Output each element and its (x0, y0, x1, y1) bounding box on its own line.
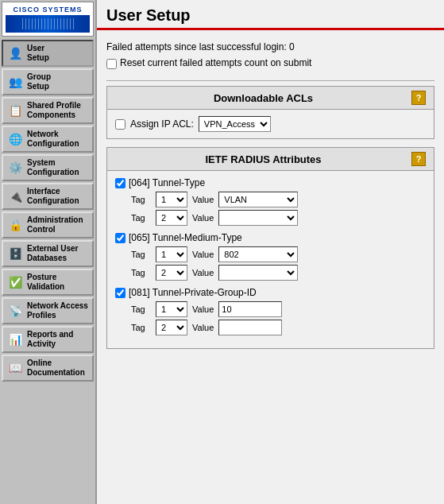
sidebar-item-interface-config[interactable]: 🔌 InterfaceConfiguration (2, 183, 94, 210)
user-setup-icon: 👤 (6, 45, 24, 62)
attr-group-tunnel-type: [064] Tunnel-Type Tag 123 Value VLANGREL… (115, 177, 426, 226)
sidebar-item-label: OnlineDocumentation (27, 359, 85, 378)
shared-profile-icon: 📋 (6, 102, 24, 119)
sidebar-item-user-setup[interactable]: 👤 UserSetup (2, 40, 94, 67)
tunnel-private-label: [081] Tunnel-Private-Group-ID (129, 287, 257, 298)
tunnel-medium-row-2: Tag 213 Value 802IP (131, 265, 426, 281)
sidebar: CISCO SYSTEMS 👤 UserSetup 👥 GroupSetup 📋… (0, 0, 95, 504)
cisco-logo: CISCO SYSTEMS (2, 2, 94, 37)
value-label-3: Value (192, 250, 214, 259)
sidebar-item-label: InterfaceConfiguration (27, 187, 79, 206)
tunnel-private-row-1: Tag 123 Value (131, 301, 426, 317)
value-label-5: Value (192, 304, 214, 314)
tag-label-2: Tag (131, 213, 151, 223)
tunnel-private-tag-2-select[interactable]: 213 (156, 320, 187, 335)
sidebar-item-group-setup[interactable]: 👥 GroupSetup (2, 68, 94, 95)
tunnel-medium-tag-2-select[interactable]: 213 (156, 265, 187, 281)
sidebar-item-system-config[interactable]: ⚙️ SystemConfiguration (2, 154, 94, 181)
sidebar-item-shared-profile[interactable]: 📋 Shared ProfileComponents (2, 97, 94, 124)
ietf-help-button[interactable]: ? (411, 152, 426, 166)
reset-checkbox[interactable] (106, 59, 117, 69)
acl-help-button[interactable]: ? (411, 91, 426, 105)
value-label-2: Value (192, 213, 214, 223)
sidebar-item-label: PostureValidation (27, 273, 64, 292)
tunnel-type-label: [064] Tunnel-Type (129, 177, 205, 188)
sidebar-item-admin-control[interactable]: 🔒 AdministrationControl (2, 211, 94, 238)
acl-section-body: Assign IP ACL: VPN_Access ACL_1 ACL_2 (107, 110, 434, 138)
tunnel-medium-checkbox-row: [065] Tunnel-Medium-Type (115, 232, 426, 243)
sidebar-item-label: UserSetup (27, 44, 49, 63)
interface-config-icon: 🔌 (6, 188, 24, 205)
sidebar-item-label: NetworkConfiguration (27, 130, 79, 149)
value-label-4: Value (192, 268, 214, 277)
ietf-section: IETF RADIUS Attributes ? [064] Tunnel-Ty… (106, 147, 434, 349)
system-config-icon: ⚙️ (6, 159, 24, 176)
ietf-section-title: IETF RADIUS Attributes (115, 153, 411, 165)
logo-text: CISCO SYSTEMS (6, 6, 90, 14)
external-db-icon: 🗄️ (6, 245, 24, 262)
tunnel-medium-value-2-select[interactable]: 802IP (218, 265, 298, 281)
attr-group-tunnel-private: [081] Tunnel-Private-Group-ID Tag 123 Va… (115, 287, 426, 335)
ietf-section-body: [064] Tunnel-Type Tag 123 Value VLANGREL… (107, 171, 434, 348)
tunnel-medium-label: [065] Tunnel-Medium-Type (129, 232, 242, 243)
tunnel-type-value-2-select[interactable]: VLANGRE (218, 210, 298, 226)
acl-section-header: Downloadable ACLs ? (107, 87, 434, 110)
tunnel-private-tag-1-select[interactable]: 123 (156, 301, 187, 317)
tunnel-type-row-2: Tag 213 Value VLANGRE (131, 210, 426, 226)
tunnel-type-value-1-select[interactable]: VLANGREL2TP (218, 192, 298, 207)
login-section: Failed attempts since last successful lo… (106, 37, 434, 74)
sidebar-item-label: Network AccessProfiles (27, 301, 88, 320)
tunnel-medium-checkbox[interactable] (115, 233, 125, 243)
sidebar-item-label: Shared ProfileComponents (27, 101, 81, 120)
admin-control-icon: 🔒 (6, 216, 24, 234)
tag-label-1: Tag (131, 195, 151, 204)
tag-label-6: Tag (131, 323, 151, 332)
login-attempts-text: Failed attempts since last successful lo… (106, 41, 434, 52)
value-label-1: Value (192, 195, 214, 204)
sidebar-item-online-docs[interactable]: 📖 OnlineDocumentation (2, 355, 94, 382)
tunnel-type-checkbox[interactable] (115, 178, 125, 188)
value-label-6: Value (192, 323, 214, 332)
sidebar-item-label: AdministrationControl (27, 215, 83, 235)
assign-acl-label: Assign IP ACL: (130, 118, 194, 130)
tunnel-medium-value-1-select[interactable]: 802IPother (218, 246, 298, 262)
acl-row: Assign IP ACL: VPN_Access ACL_1 ACL_2 (115, 116, 426, 132)
tunnel-medium-tag-1-select[interactable]: 123 (156, 246, 187, 262)
assign-acl-checkbox[interactable] (115, 119, 125, 130)
sidebar-item-reports[interactable]: 📊 Reports andActivity (2, 326, 94, 353)
tunnel-private-checkbox-row: [081] Tunnel-Private-Group-ID (115, 287, 426, 298)
sidebar-item-network-config[interactable]: 🌐 NetworkConfiguration (2, 126, 94, 153)
acl-section: Downloadable ACLs ? Assign IP ACL: VPN_A… (106, 86, 434, 139)
tunnel-private-value-1-input[interactable] (218, 301, 282, 317)
attr-group-tunnel-medium: [065] Tunnel-Medium-Type Tag 123 Value 8… (115, 232, 426, 281)
posture-icon: ✅ (6, 273, 24, 291)
tag-label-4: Tag (131, 268, 151, 277)
sidebar-item-external-db[interactable]: 🗄️ External UserDatabases (2, 240, 94, 267)
sidebar-item-label: Reports andActivity (27, 330, 73, 349)
tunnel-private-row-2: Tag 213 Value (131, 320, 426, 335)
tag-label-5: Tag (131, 304, 151, 314)
sidebar-item-posture[interactable]: ✅ PostureValidation (2, 269, 94, 296)
network-access-icon: 📡 (6, 302, 24, 320)
sidebar-item-label: External UserDatabases (27, 244, 78, 263)
ietf-section-header: IETF RADIUS Attributes ? (107, 148, 434, 171)
tunnel-type-tag-1-select[interactable]: 123 (156, 192, 187, 207)
logo-bar (6, 15, 90, 33)
group-setup-icon: 👥 (6, 73, 24, 91)
acl-select[interactable]: VPN_Access ACL_1 ACL_2 (199, 116, 271, 132)
page-title: User Setup (97, 0, 444, 30)
reset-label: Reset current failed attempts count on s… (120, 57, 311, 68)
tunnel-type-tag-2-select[interactable]: 213 (156, 210, 187, 226)
separator-1 (106, 80, 434, 81)
tunnel-type-row-1: Tag 123 Value VLANGREL2TP (131, 192, 426, 207)
network-config-icon: 🌐 (6, 130, 24, 148)
main-content: User Setup Failed attempts since last su… (95, 0, 444, 504)
tunnel-private-value-2-input[interactable] (218, 320, 282, 335)
tag-label-3: Tag (131, 250, 151, 259)
sidebar-item-label: GroupSetup (27, 72, 51, 91)
acl-section-title: Downloadable ACLs (115, 92, 411, 104)
content-area: Failed attempts since last successful lo… (97, 30, 444, 504)
sidebar-item-label: SystemConfiguration (27, 158, 79, 177)
sidebar-item-network-access[interactable]: 📡 Network AccessProfiles (2, 297, 94, 324)
tunnel-private-checkbox[interactable] (115, 288, 125, 298)
